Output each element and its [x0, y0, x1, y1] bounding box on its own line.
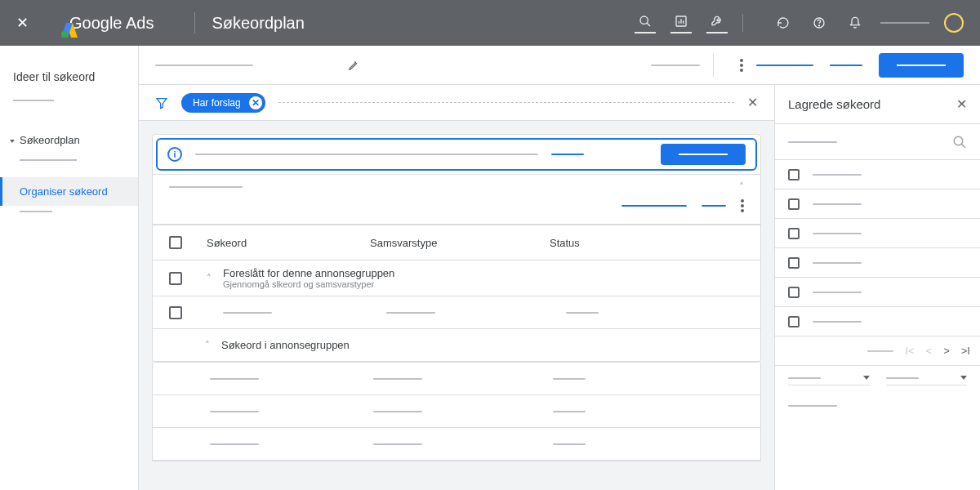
list-item[interactable]: [775, 219, 980, 248]
tools-icon[interactable]: [706, 12, 728, 33]
cell-placeholder: [210, 378, 259, 380]
sidebar-heading-ideas[interactable]: Ideer til søkeord: [0, 62, 138, 91]
svg-line-4: [647, 23, 650, 26]
filter-chip[interactable]: Har forslag ✕: [181, 93, 265, 113]
close-filterbar-icon[interactable]: ✕: [747, 95, 758, 110]
left-sidebar: Ideer til søkeord ▼ Søkeordplan Organise…: [0, 46, 139, 490]
chip-remove-icon[interactable]: ✕: [249, 96, 262, 109]
divider: [742, 14, 743, 32]
account-placeholder[interactable]: [880, 22, 929, 24]
table-row[interactable]: [153, 395, 760, 428]
table-row[interactable]: [153, 363, 760, 395]
callout-link[interactable]: [551, 154, 584, 155]
list-item[interactable]: [775, 160, 980, 189]
list-item[interactable]: [775, 248, 980, 278]
cell-placeholder: [373, 443, 422, 445]
cell-placeholder: [223, 312, 272, 314]
select-1[interactable]: [788, 376, 870, 385]
sidebar-item-label: Søkeordplan: [20, 134, 80, 146]
item-placeholder: [813, 233, 862, 234]
item-placeholder: [813, 321, 862, 323]
add-filter-area[interactable]: [278, 102, 734, 103]
col-keyword[interactable]: Søkeord: [207, 237, 370, 249]
col-matchtype[interactable]: Samsvarstype: [370, 237, 550, 249]
select-all-checkbox[interactable]: [169, 236, 182, 249]
item-placeholder: [813, 262, 862, 264]
refresh-icon[interactable]: [773, 12, 794, 33]
pager-range-placeholder: [867, 350, 893, 352]
caret-down-icon: [863, 376, 870, 380]
button-label-placeholder: [679, 154, 728, 155]
sidebar-item-label: Organiser søkeord: [20, 185, 108, 198]
checkbox[interactable]: [788, 228, 800, 239]
reports-icon[interactable]: [670, 12, 692, 33]
help-icon[interactable]: [808, 12, 830, 33]
filter-icon[interactable]: [155, 96, 168, 109]
divider: [713, 53, 714, 78]
checkbox[interactable]: [788, 169, 800, 180]
saved-search-row: [775, 124, 980, 160]
primary-action-button[interactable]: [879, 53, 964, 78]
select-2[interactable]: [886, 376, 968, 385]
toolbar: [139, 46, 980, 85]
pager: I< < > >I: [775, 336, 980, 366]
item-placeholder: [813, 174, 862, 176]
toolbar-link[interactable]: [756, 65, 813, 66]
list-item[interactable]: [775, 278, 980, 307]
sidebar-item-organize[interactable]: Organiser søkeord: [0, 177, 138, 206]
sidebar-item-plan[interactable]: ▼ Søkeordplan: [0, 126, 138, 154]
edit-icon[interactable]: [343, 55, 364, 76]
avatar[interactable]: [944, 13, 964, 33]
suggested-group-row[interactable]: ˄ Foreslått for denne annonsegruppen Gje…: [153, 261, 760, 296]
cell-placeholder: [373, 411, 422, 412]
adgroup-link[interactable]: [702, 205, 726, 207]
sidebar-placeholder: [13, 100, 54, 101]
select-label-placeholder: [788, 377, 821, 379]
checkbox[interactable]: [788, 198, 800, 210]
sidebar-placeholder: [20, 159, 77, 161]
saved-selects: [775, 366, 980, 395]
row-checkbox[interactable]: [169, 306, 182, 319]
svg-line-13: [961, 144, 965, 148]
filter-chip-label: Har forslag: [193, 97, 241, 109]
saved-panel-title: Lagrede søkeord: [788, 97, 880, 111]
toolbar-link[interactable]: [830, 65, 862, 66]
close-icon[interactable]: ✕: [956, 96, 967, 112]
filter-bar: Har forslag ✕ ✕: [139, 85, 774, 121]
pager-next-icon[interactable]: >: [943, 345, 950, 357]
col-status[interactable]: Status: [550, 237, 744, 249]
table-row[interactable]: [153, 428, 760, 461]
existing-group-row[interactable]: ˄ Søkeord i annonsegruppen: [153, 329, 760, 362]
checkbox[interactable]: [788, 316, 800, 327]
close-icon[interactable]: ✕: [16, 14, 29, 32]
group-title: Søkeord i annonsegruppen: [221, 339, 350, 351]
cell-placeholder: [210, 411, 259, 412]
button-label-placeholder: [897, 65, 946, 66]
checkbox[interactable]: [788, 287, 800, 298]
search-icon[interactable]: [952, 135, 967, 149]
pager-last-icon[interactable]: >I: [961, 345, 970, 357]
table-row[interactable]: ˄: [153, 296, 760, 329]
pager-first-icon[interactable]: I<: [905, 345, 914, 357]
svg-marker-11: [157, 98, 167, 108]
pager-prev-icon[interactable]: <: [926, 345, 933, 357]
plan-name-placeholder: [155, 65, 253, 66]
overflow-menu-icon[interactable]: [740, 59, 743, 72]
campaign-header[interactable]: ˄: [153, 174, 760, 199]
info-callout: i: [156, 138, 757, 171]
item-placeholder: [813, 203, 862, 205]
notifications-icon[interactable]: [844, 12, 866, 33]
callout-action-button[interactable]: [661, 144, 746, 165]
callout-text-placeholder: [195, 154, 538, 155]
list-item[interactable]: [775, 307, 980, 336]
row-checkbox[interactable]: [169, 272, 182, 285]
checkbox[interactable]: [788, 257, 800, 269]
chevron-up-icon: ˄: [739, 181, 744, 193]
adgroup-actions: [153, 199, 760, 225]
list-item[interactable]: [775, 189, 980, 219]
svg-point-3: [640, 16, 648, 24]
adgroup-link[interactable]: [621, 205, 687, 207]
overflow-menu-icon[interactable]: [741, 199, 744, 212]
table-header: Søkeord Samsvarstype Status: [153, 225, 760, 261]
search-icon[interactable]: [635, 12, 656, 33]
